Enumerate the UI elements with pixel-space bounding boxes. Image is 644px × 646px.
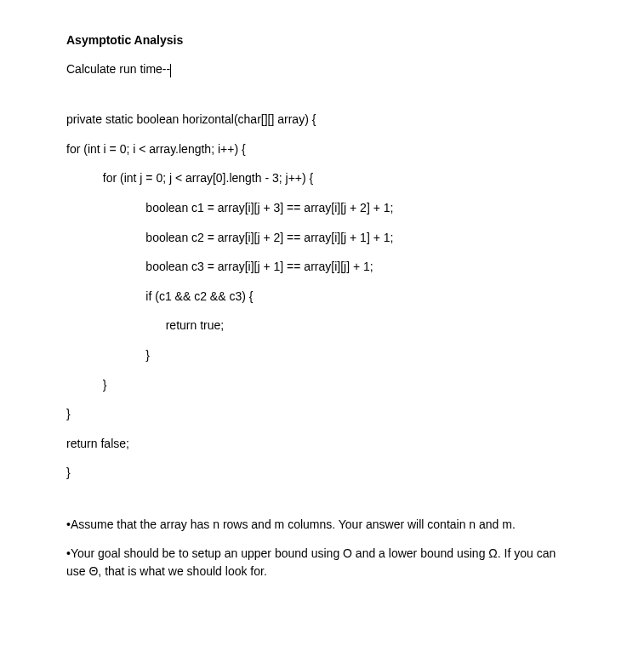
text-cursor <box>170 64 171 77</box>
notes-section: •Assume that the array has n rows and m … <box>66 516 578 580</box>
code-line: boolean c3 = array[i][j + 1] == array[i]… <box>66 259 578 276</box>
code-line: } <box>66 347 578 364</box>
code-line: for (int j = 0; j < array[0].length - 3;… <box>66 170 578 187</box>
code-line: } <box>66 465 578 482</box>
code-line: boolean c1 = array[i][j + 3] == array[i]… <box>66 200 578 217</box>
note-line: •Assume that the array has n rows and m … <box>66 516 578 533</box>
code-line: for (int i = 0; i < array.length; i++) { <box>66 141 578 158</box>
document-page: Asymptotic Analysis Calculate run time--… <box>0 0 644 626</box>
code-block: private static boolean horizontal(char[]… <box>66 111 578 482</box>
code-line: boolean c2 = array[i][j + 2] == array[i]… <box>66 230 578 247</box>
code-line: return true; <box>66 317 578 334</box>
subtitle-text: Calculate run time-- <box>66 62 170 76</box>
code-line: if (c1 && c2 && c3) { <box>66 289 578 306</box>
subtitle-line: Calculate run time-- <box>66 61 171 78</box>
page-title: Asymptotic Analysis <box>66 32 578 49</box>
code-line: } <box>66 406 578 423</box>
code-line: } <box>66 377 578 394</box>
note-line: •Your goal should be to setup an upper b… <box>66 545 578 580</box>
code-line: return false; <box>66 436 578 453</box>
code-line: private static boolean horizontal(char[]… <box>66 111 578 129</box>
